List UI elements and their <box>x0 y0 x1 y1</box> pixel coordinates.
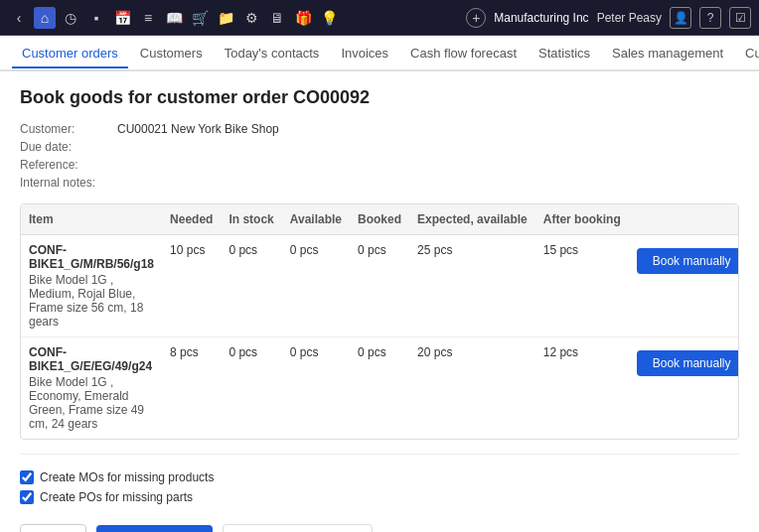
available-cell: 0 pcs <box>282 337 350 440</box>
action-cell: Book manually Cancel bookings <box>629 337 739 440</box>
book-icon[interactable]: 📖 <box>163 7 185 29</box>
home-icon[interactable]: ⌂ <box>34 7 56 29</box>
internal-notes-label: Internal notes: <box>20 176 109 190</box>
gear-icon[interactable]: ⚙ <box>240 7 262 29</box>
col-item: Item <box>21 204 162 235</box>
item-description: Bike Model 1G , Economy, Emerald Green, … <box>29 375 154 431</box>
divider <box>20 454 739 455</box>
app-icons: ‹ ⌂ ◷ ▪ 📅 ≡ 📖 🛒 📁 ⚙ 🖥 🎁 💡 <box>8 7 460 29</box>
back-button[interactable]: Back <box>20 524 86 532</box>
reference-label: Reference: <box>20 158 109 172</box>
top-bar-right: + Manufacturing Inc Peter Peasy 👤 ? ☑ <box>466 7 751 29</box>
nav-sales-management[interactable]: Sales management <box>602 40 733 68</box>
nav-statistics[interactable]: Statistics <box>529 40 600 68</box>
after-booking-cell: 12 pcs <box>535 337 629 440</box>
create-mos-checkbox-row[interactable]: Create MOs for missing products <box>20 470 739 484</box>
calendar-icon[interactable]: 📅 <box>111 7 133 29</box>
page-title: Book goods for customer order CO00092 <box>20 87 739 108</box>
item-code: CONF-BIKE1_G/M/RB/56/g18 <box>29 243 154 271</box>
available-cell: 0 pcs <box>282 235 350 337</box>
item-description: Bike Model 1G , Medium, Rojal Blue, Fram… <box>29 273 154 329</box>
nav-cash-flow-forecast[interactable]: Cash flow forecast <box>400 40 527 68</box>
items-table: Item Needed In stock Available Booked Ex… <box>20 203 739 440</box>
col-after-booking: After booking <box>535 204 629 235</box>
in-stock-cell: 0 pcs <box>221 235 281 337</box>
main-content: Book goods for customer order CO00092 Cu… <box>0 71 759 532</box>
reference-value <box>117 158 739 172</box>
list-icon[interactable]: ≡ <box>137 7 159 29</box>
nav-invoices[interactable]: Invoices <box>331 40 398 68</box>
internal-notes-value <box>117 176 739 190</box>
help-icon[interactable]: ? <box>699 7 721 29</box>
row-actions: Book manually Cancel bookings <box>637 243 739 275</box>
item-code: CONF-BIKE1_G/E/EG/49/g24 <box>29 345 154 373</box>
bottom-buttons: Back Book all items Cancel all bookings <box>20 524 739 532</box>
action-cell: Book manually Cancel bookings <box>629 235 739 337</box>
nav-todays-contacts[interactable]: Today's contacts <box>215 40 330 68</box>
folder-icon[interactable]: 📁 <box>215 7 236 29</box>
table-row: CONF-BIKE1_G/M/RB/56/g18 Bike Model 1G ,… <box>21 235 739 337</box>
col-needed: Needed <box>162 204 221 235</box>
bulb-icon[interactable]: 💡 <box>318 7 340 29</box>
after-booking-cell: 15 pcs <box>535 235 629 337</box>
expected-available-cell: 20 pcs <box>409 337 535 440</box>
col-actions <box>629 204 739 235</box>
add-button[interactable]: + <box>466 8 486 28</box>
nav-customer-orders[interactable]: Customer orders <box>12 40 128 68</box>
create-pos-checkbox-row[interactable]: Create POs for missing parts <box>20 490 739 504</box>
user-avatar-icon[interactable]: 👤 <box>670 7 691 29</box>
col-in-stock: In stock <box>221 204 281 235</box>
user-name: Peter Peasy <box>597 11 662 25</box>
navigation-bar: Customer orders Customers Today's contac… <box>0 36 759 71</box>
create-mos-label: Create MOs for missing products <box>40 470 214 484</box>
needed-cell: 8 pcs <box>162 337 221 440</box>
clock-icon[interactable]: ◷ <box>60 7 81 29</box>
customer-label: Customer: <box>20 122 109 136</box>
customer-value: CU00021 New York Bike Shop <box>117 122 739 136</box>
due-date-value <box>117 140 739 154</box>
order-info: Customer: CU00021 New York Bike Shop Due… <box>20 122 739 190</box>
row-actions: Book manually Cancel bookings <box>637 345 739 377</box>
nav-customer-returns[interactable]: Customer returns (RMAs) <box>735 40 759 68</box>
create-pos-checkbox[interactable] <box>20 490 34 504</box>
table-header-row: Item Needed In stock Available Booked Ex… <box>21 204 739 235</box>
needed-cell: 10 pcs <box>162 235 221 337</box>
expected-available-cell: 25 pcs <box>409 235 535 337</box>
create-mos-checkbox[interactable] <box>20 470 34 484</box>
item-cell: CONF-BIKE1_G/E/EG/49/g24 Bike Model 1G ,… <box>21 337 162 440</box>
create-pos-label: Create POs for missing parts <box>40 490 193 504</box>
cart-icon[interactable]: 🛒 <box>189 7 211 29</box>
checkbox-options: Create MOs for missing products Create P… <box>20 470 739 504</box>
company-name: Manufacturing Inc <box>494 11 588 25</box>
book-manually-button[interactable]: Book manually <box>637 350 739 376</box>
table-row: CONF-BIKE1_G/E/EG/49/g24 Bike Model 1G ,… <box>21 337 739 440</box>
nav-customers[interactable]: Customers <box>130 40 213 68</box>
item-cell: CONF-BIKE1_G/M/RB/56/g18 Bike Model 1G ,… <box>21 235 162 337</box>
col-available: Available <box>282 204 350 235</box>
col-booked: Booked <box>350 204 409 235</box>
booked-cell: 0 pcs <box>350 235 409 337</box>
due-date-label: Due date: <box>20 140 109 154</box>
gift-icon[interactable]: 🎁 <box>292 7 314 29</box>
bar-chart-icon[interactable]: ▪ <box>85 7 107 29</box>
col-expected-available: Expected, available <box>409 204 535 235</box>
monitor-icon[interactable]: 🖥 <box>266 7 288 29</box>
booked-cell: 0 pcs <box>350 337 409 440</box>
chevron-left-icon[interactable]: ‹ <box>8 7 30 29</box>
book-manually-button[interactable]: Book manually <box>637 248 739 274</box>
notifications-icon[interactable]: ☑ <box>729 7 751 29</box>
cancel-all-button[interactable]: Cancel all bookings <box>223 524 373 532</box>
book-all-button[interactable]: Book all items <box>96 525 213 532</box>
in-stock-cell: 0 pcs <box>221 337 281 440</box>
top-bar: ‹ ⌂ ◷ ▪ 📅 ≡ 📖 🛒 📁 ⚙ 🖥 🎁 💡 + Manufacturin… <box>0 0 759 36</box>
